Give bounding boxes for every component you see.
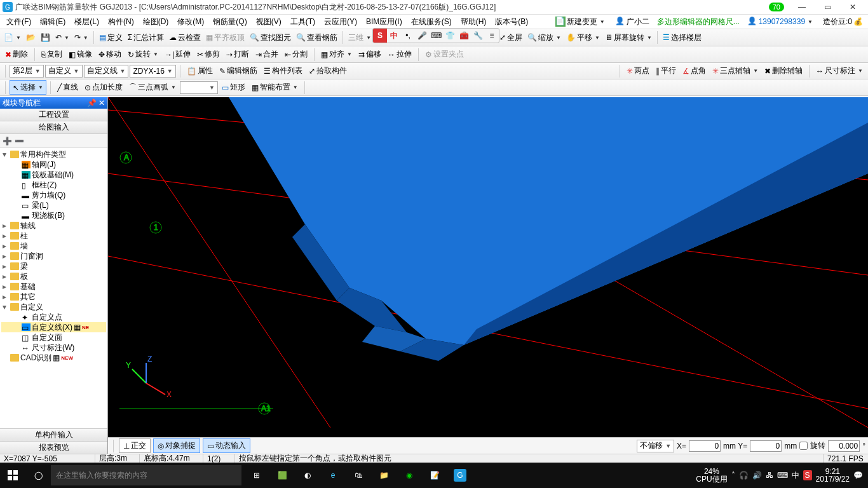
tray-keyboard-icon[interactable]: ⌨ [777, 471, 788, 480]
new-file-button[interactable]: 📄▼ [1, 32, 24, 43]
close-panel-icon[interactable]: ✕ [98, 98, 105, 107]
ime-skin-icon[interactable]: 👕 [443, 29, 457, 43]
custom-combo[interactable]: 自定义▼ [45, 65, 83, 78]
tree-cad[interactable]: CAD识别 ▦NEW [1, 353, 106, 363]
viewport-3d[interactable]: A 1 A1 X Y Z [108, 97, 868, 454]
undo-button[interactable]: ↶▼ [53, 32, 72, 43]
rotate-button[interactable]: ↻旋转▼ [125, 48, 161, 61]
taskbar-app-1[interactable]: 🟩 [269, 463, 295, 488]
tray-clock[interactable]: 9:212017/9/22 [816, 468, 850, 483]
account-button[interactable]: 👤13907298339▼ [745, 15, 815, 28]
sum-calc-button[interactable]: Σ汇总计算 [125, 31, 166, 44]
menu-draw[interactable]: 绘图(D) [139, 15, 173, 29]
offset-button[interactable]: ⇉偏移 [356, 48, 384, 61]
delete-button[interactable]: ✖删除 [3, 48, 31, 61]
tab-drawing[interactable]: 绘图输入 [0, 121, 107, 134]
user-button[interactable]: 👤广小二 [613, 15, 652, 29]
menu-tools[interactable]: 工具(T) [287, 15, 319, 29]
taskbar-search[interactable]: 在这里输入你要搜索的内容 [51, 465, 241, 485]
customline-combo[interactable]: 自定义线▼ [84, 65, 129, 78]
threeD-button[interactable]: 三维▼ [346, 31, 374, 44]
osnap-toggle[interactable]: ◎对象捕捉 [153, 438, 200, 453]
tree-column[interactable]: ▸柱 [1, 231, 106, 241]
setclip-button[interactable]: ⚙设置夹点 [423, 48, 466, 61]
menu-help[interactable]: 帮助(H) [457, 15, 491, 29]
pan-button[interactable]: ✋平移▼ [564, 31, 602, 44]
tree-axis-grid[interactable]: ▦轴网(J) [1, 159, 106, 170]
copy-button[interactable]: ⎘复制 [39, 48, 65, 61]
menu-component[interactable]: 构件(N) [104, 15, 138, 29]
fullscreen-button[interactable]: ⤢全屏 [497, 31, 525, 44]
taskbar-edge-icon[interactable]: e [320, 463, 346, 488]
break-button[interactable]: ⇢打断 [224, 48, 252, 61]
tree-axis[interactable]: ▸轴线 [1, 220, 106, 231]
select-floor-button[interactable]: ☰选择楼层 [660, 31, 704, 44]
dyninput-toggle[interactable]: ▭动态输入 [203, 438, 250, 453]
start-button[interactable] [0, 463, 25, 488]
ime-toolbar[interactable]: S 中 •, 🎤 ⌨ 👕 🧰 🔧 ≡ [372, 28, 499, 43]
stretch-button[interactable]: ↔拉伸 [385, 48, 414, 61]
zoom-button[interactable]: 🔍缩放▼ [525, 31, 564, 44]
menu-view[interactable]: 视图(V) [252, 15, 285, 29]
ptaddlen-button[interactable]: ⊙点加长度 [82, 81, 125, 94]
close-button[interactable]: ✕ [840, 1, 865, 13]
rotate-input[interactable] [828, 440, 860, 452]
add-icon[interactable]: ➕ [3, 137, 12, 146]
extend-button[interactable]: →|延伸 [162, 48, 193, 61]
tree-wall[interactable]: ▸墙 [1, 241, 106, 251]
tree-slab-cat[interactable]: ▸板 [1, 271, 106, 281]
split-button[interactable]: ⇤分割 [282, 48, 310, 61]
tray-ime-lang[interactable]: 中 [792, 470, 799, 481]
tab-single-comp[interactable]: 单构件输入 [0, 428, 107, 441]
tray-sogou-icon[interactable]: S [803, 470, 812, 480]
ime-tool-icon[interactable]: 🧰 [457, 29, 471, 43]
ime-punct-button[interactable]: •, [401, 29, 415, 43]
menu-file[interactable]: 文件(F) [3, 15, 35, 29]
rect-button[interactable]: ▭矩形 [219, 81, 248, 94]
threeaxis-button[interactable]: ✳三点辅轴▼ [710, 64, 761, 78]
cloud-check-button[interactable]: ☁云检查 [166, 31, 203, 44]
pin-icon[interactable]: 📌 [87, 98, 97, 107]
taskbar-app-note[interactable]: 📝 [422, 463, 447, 488]
ime-menu-icon[interactable]: ≡ [485, 29, 499, 43]
tree-beam-cat[interactable]: ▸梁 [1, 261, 106, 271]
taskbar-app-green[interactable]: ◉ [397, 463, 422, 488]
new-change-button[interactable]: 📄新建变更▼ [553, 15, 607, 29]
tree-other[interactable]: ▸其它 [1, 292, 106, 302]
comp-list-button[interactable]: ☰构件列表 [261, 64, 305, 78]
tree-custom-face[interactable]: ◫自定义面 [1, 332, 106, 342]
define-button[interactable]: ▤定义 [97, 31, 125, 44]
minimize-button[interactable]: — [789, 1, 815, 13]
tree-slab[interactable]: ▬现浇板(B) [1, 210, 106, 220]
tree-custom-point[interactable]: ✦自定义点 [1, 312, 106, 322]
tree-frame-column[interactable]: ▯框柱(Z) [1, 180, 106, 190]
tree-dimension[interactable]: ↔尺寸标注(W) [1, 342, 106, 353]
tree-custom[interactable]: ▾自定义 [1, 302, 106, 312]
ime-lang-button[interactable]: 中 [387, 29, 401, 43]
tab-engineering[interactable]: 工程设置 [0, 109, 107, 121]
code-combo[interactable]: ZDYX-16▼ [130, 65, 175, 78]
menu-rebar[interactable]: 钢筋量(Q) [209, 15, 250, 29]
taskbar-app-ggj[interactable]: G [447, 463, 473, 488]
cortana-icon[interactable]: ◯ [25, 463, 51, 488]
tray-network-icon[interactable]: 🖧 [766, 471, 773, 480]
menu-modify[interactable]: 修改(M) [173, 15, 208, 29]
menu-bim[interactable]: BIM应用(I) [362, 15, 406, 29]
tree-beam[interactable]: ▭梁(L) [1, 200, 106, 210]
line-button[interactable]: ╱直线 [55, 81, 81, 94]
merge-button[interactable]: ⇥合并 [253, 48, 281, 61]
menu-version[interactable]: 版本号(B) [491, 15, 532, 29]
tree-shear-wall[interactable]: ▬剪力墙(Q) [1, 190, 106, 200]
find-image-button[interactable]: 🔍查找图元 [247, 31, 294, 44]
tree-raft[interactable]: ▦筏板基础(M) [1, 170, 106, 180]
screenrot-button[interactable]: 🖥屏幕旋转▼ [602, 31, 654, 44]
tray-headphone-icon[interactable]: 🎧 [739, 471, 749, 480]
save-button[interactable]: 💾 [38, 32, 53, 43]
ime-mic-icon[interactable]: 🎤 [415, 29, 429, 43]
select-button[interactable]: ↖选择▼ [10, 80, 46, 95]
ime-settings-icon[interactable]: 🔧 [471, 29, 485, 43]
menu-edit[interactable]: 编辑(E) [36, 15, 69, 29]
ptangle-button[interactable]: ∡点角 [680, 64, 709, 78]
tray-volume-icon[interactable]: 🔊 [752, 471, 762, 480]
x-input[interactable] [689, 440, 721, 452]
